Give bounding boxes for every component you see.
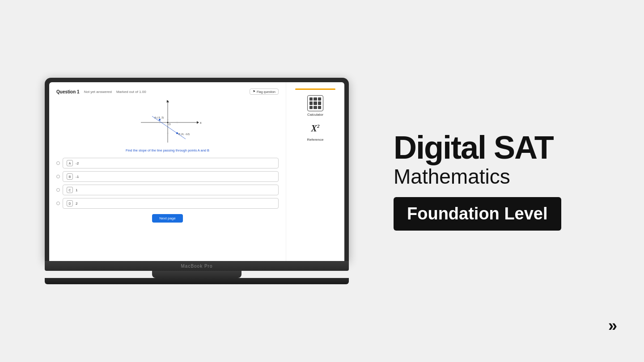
quiz-left-panel: Question 1 Not yet answered Marked out o… (49, 82, 286, 261)
svg-text:O: O (169, 123, 171, 126)
laptop-screen-inner: Question 1 Not yet answered Marked out o… (49, 82, 344, 261)
option-value-d: 2 (76, 202, 77, 206)
radio-d[interactable] (56, 202, 60, 205)
calc-key-6 (318, 101, 321, 105)
outer-container: Question 1 Not yet answered Marked out o… (18, 18, 626, 344)
laptop-brand-label: MacBook Pro (181, 264, 212, 269)
laptop-stand-body (152, 271, 242, 278)
calc-key-8 (314, 106, 317, 109)
calc-key-4 (309, 101, 313, 105)
radio-a[interactable] (56, 161, 60, 165)
option-row-a: A -2 (56, 158, 279, 168)
calc-key-5 (314, 101, 317, 105)
laptop-base: MacBook Pro (45, 261, 349, 271)
marked-out-label: Marked out of 1.00 (116, 90, 146, 94)
tool-accent-bar (295, 88, 335, 90)
radio-b[interactable] (56, 175, 60, 178)
calc-key-7 (309, 106, 313, 109)
option-row-b: B -1 (56, 171, 279, 182)
quiz-header: Question 1 Not yet answered Marked out o… (56, 88, 279, 95)
option-box-a[interactable]: A -2 (63, 158, 279, 168)
svg-point-8 (159, 119, 161, 121)
mathematics-subtitle: Mathematics (394, 165, 608, 188)
option-row-d: D 2 (56, 198, 279, 209)
calculator-icon (307, 95, 323, 111)
graph-area: x y O A (-3, 2) B (4, -12) (56, 100, 279, 145)
next-page-button[interactable]: Next page (152, 214, 182, 223)
laptop-foot (45, 278, 349, 284)
title-block: Digital SAT Mathematics (394, 131, 608, 188)
reference-icon: X2 (307, 120, 323, 136)
question-label: Question 1 (56, 89, 80, 94)
option-value-b: -1 (76, 175, 79, 179)
calc-key-1 (309, 97, 313, 101)
coordinate-graph: x y O A (-3, 2) B (4, -12) (132, 100, 203, 145)
text-section: Digital SAT Mathematics Foundation Level (376, 131, 608, 231)
option-box-b[interactable]: B -1 (63, 171, 279, 182)
flag-question-button[interactable]: ⚑ Flag question (250, 88, 279, 95)
not-answered-label: Not yet answered (84, 90, 112, 94)
calculator-tool[interactable]: Calculator (307, 95, 323, 117)
foundation-level-badge: Foundation Level (394, 197, 561, 231)
option-row-c: C 1 (56, 185, 279, 195)
question-text: Find the slope of the line passing throu… (56, 148, 279, 152)
quiz-right-panel: Calculator X2 Reference (286, 82, 344, 261)
option-letter-a: A (67, 160, 73, 166)
calc-key-3 (318, 97, 321, 101)
option-box-d[interactable]: D 2 (63, 198, 279, 209)
chevron-right-icon[interactable]: » (608, 316, 617, 335)
laptop-screen-outer: Question 1 Not yet answered Marked out o… (45, 78, 349, 261)
svg-line-12 (152, 116, 186, 139)
calc-key-2 (314, 97, 317, 101)
svg-text:B (4, -12): B (4, -12) (178, 133, 190, 135)
reference-label: Reference (307, 138, 324, 142)
option-value-a: -2 (76, 161, 79, 165)
calculator-label: Calculator (307, 113, 323, 117)
flag-label: Flag question (257, 90, 275, 93)
option-letter-b: B (67, 173, 73, 180)
calc-key-9 (318, 106, 321, 109)
laptop-wrapper: Question 1 Not yet answered Marked out o… (45, 78, 349, 284)
option-box-c[interactable]: C 1 (63, 185, 279, 195)
digital-sat-title: Digital SAT (394, 131, 608, 164)
reference-tool[interactable]: X2 Reference (307, 120, 324, 142)
svg-text:x: x (200, 121, 202, 124)
options-area: A -2 B -1 (56, 158, 279, 209)
flag-icon: ⚑ (253, 90, 255, 93)
laptop-section: Question 1 Not yet answered Marked out o… (36, 78, 358, 284)
option-letter-c: C (67, 187, 73, 193)
laptop-stand (45, 271, 349, 278)
radio-c[interactable] (56, 188, 60, 192)
option-letter-d: D (67, 200, 73, 206)
svg-marker-2 (197, 121, 199, 124)
option-value-c: 1 (76, 188, 77, 192)
